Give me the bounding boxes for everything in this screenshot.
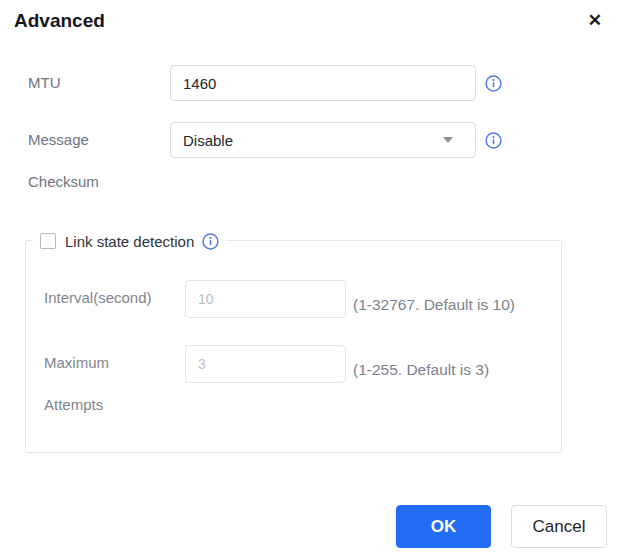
close-icon[interactable]: ✕ [588, 10, 602, 32]
max-attempts-label: Maximum Attempts [44, 342, 164, 426]
cancel-button[interactable]: Cancel [511, 505, 607, 548]
advanced-dialog: Advanced ✕ MTU Message Checksum Disable [0, 0, 618, 558]
interval-hint: (1-32767. Default is 10) [353, 296, 515, 314]
mtu-input[interactable] [170, 65, 476, 101]
interval-label: Interval(second) [44, 277, 164, 319]
mtu-row: MTU [28, 65, 618, 104]
interval-input [185, 280, 346, 318]
dialog-footer: OK Cancel [396, 505, 607, 548]
max-attempts-hint: (1-255. Default is 3) [353, 361, 489, 379]
max-attempts-input [185, 345, 346, 383]
link-state-detection-label: Link state detection [65, 233, 194, 250]
chevron-down-icon [443, 137, 453, 143]
message-checksum-label: Message Checksum [28, 119, 148, 203]
ok-button[interactable]: OK [396, 505, 491, 548]
message-checksum-info-icon[interactable] [485, 132, 502, 149]
interval-row: Interval(second) (1-32767. Default is 10… [44, 280, 561, 319]
mtu-label: MTU [28, 62, 148, 104]
selected-option: Disable [183, 132, 233, 149]
message-checksum-select[interactable]: Disable [170, 122, 476, 158]
link-state-detection-checkbox[interactable] [40, 233, 56, 249]
link-state-detection-legend: Link state detection [33, 230, 226, 252]
mtu-info-icon[interactable] [485, 75, 502, 92]
dialog-header: Advanced ✕ [0, 0, 618, 34]
link-state-detection-info-icon[interactable] [202, 233, 219, 250]
dialog-title: Advanced [14, 8, 105, 34]
max-attempts-row: Maximum Attempts (1-255. Default is 3) [44, 345, 561, 426]
message-checksum-row: Message Checksum Disable [28, 122, 618, 203]
link-state-detection-group: Link state detection Interval(second) (1… [25, 240, 562, 453]
